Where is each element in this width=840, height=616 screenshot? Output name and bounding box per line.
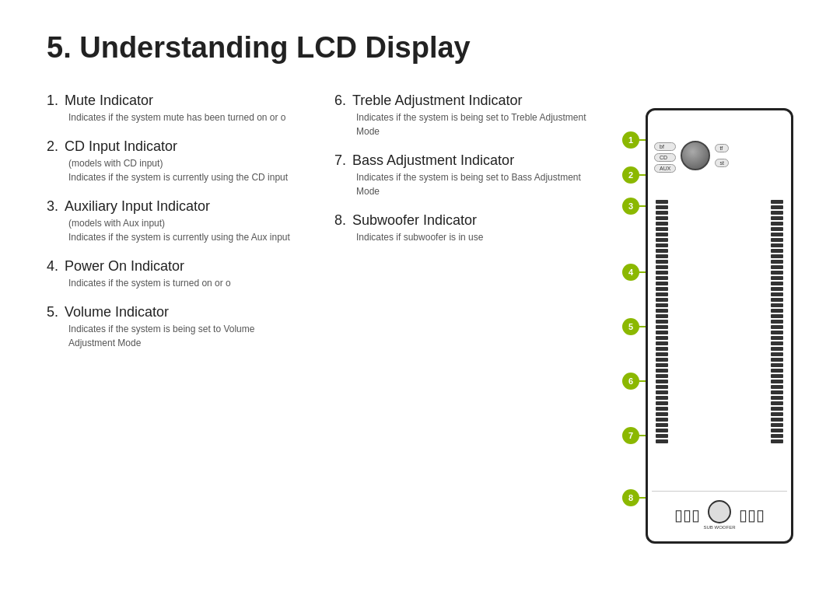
- indicator-item: 4.Power On IndicatorIndicates if the sys…: [47, 258, 303, 290]
- indicator-title: 4.Power On Indicator: [47, 258, 303, 275]
- indicator-desc: Indicates if subwoofer is in use: [356, 230, 591, 244]
- indicator-item: 6.Treble Adjustment IndicatorIndicates i…: [334, 93, 591, 138]
- indicator-title: 1.Mute Indicator: [47, 93, 303, 109]
- indicator-title: 3.Auxiliary Input Indicator: [47, 198, 303, 215]
- page-container: 5. Understanding LCD Display 1.Mute Indi…: [0, 0, 840, 616]
- indicator-title: 5.Volume Indicator: [47, 304, 303, 320]
- subwoofer-section: ▯▯▯ SUB WOOFER ▯▯▯: [652, 491, 787, 537]
- indicator-desc: Indicates if the system is being set to …: [356, 170, 591, 198]
- right-labels: tf st: [715, 144, 728, 167]
- indicators-right: 6.Treble Adjustment IndicatorIndicates i…: [334, 93, 591, 544]
- indicator-desc: Indicates if the system is turned on or …: [68, 276, 303, 290]
- indicator-title: 8.Subwoofer Indicator: [334, 212, 591, 229]
- speaker-left-icon: ▯▯▯: [674, 506, 700, 524]
- page-title: 5. Understanding LCD Display: [47, 31, 793, 65]
- input-labels: bf CD AUX: [654, 142, 676, 173]
- num-circle-7: 7: [622, 427, 639, 444]
- indicators-left: 1.Mute IndicatorIndicates if the system …: [47, 93, 303, 544]
- indicator-item: 3.Auxiliary Input Indicator(models with …: [47, 198, 303, 244]
- diagram-wrapper: 1 2 3 4: [622, 108, 793, 544]
- bar-segments: [656, 196, 783, 487]
- num-circle-6: 6: [622, 373, 639, 390]
- num-circle-2: 2: [622, 166, 639, 184]
- num-circle-1: 1: [622, 131, 639, 149]
- tf-label: tf: [715, 144, 728, 152]
- lcd-diagram: 1 2 3 4: [622, 93, 793, 544]
- cd-label: CD: [654, 153, 676, 162]
- indicator-item: 1.Mute IndicatorIndicates if the system …: [47, 93, 303, 124]
- num-circle-5: 5: [622, 318, 639, 335]
- num-circle-3: 3: [622, 198, 639, 215]
- indicator-title: 7.Bass Adjustment Indicator: [334, 152, 591, 169]
- num-circle-8: 8: [622, 489, 639, 506]
- indicator-item: 7.Bass Adjustment IndicatorIndicates if …: [334, 152, 591, 198]
- indicator-item: 8.Subwoofer IndicatorIndicates if subwoo…: [334, 212, 591, 244]
- speaker-right-icon: ▯▯▯: [739, 506, 765, 524]
- left-bars: [656, 196, 668, 487]
- control-knob: [681, 141, 710, 170]
- bf-label: bf: [654, 142, 676, 151]
- content-area: 1.Mute IndicatorIndicates if the system …: [47, 93, 793, 544]
- indicator-item: 2.CD Input Indicator(models with CD inpu…: [47, 138, 303, 184]
- aux-label: AUX: [654, 164, 676, 173]
- indicator-desc: Indicates if the system mute has been tu…: [68, 110, 303, 124]
- indicator-title: 2.CD Input Indicator: [47, 138, 303, 155]
- indicator-title: 6.Treble Adjustment Indicator: [334, 93, 591, 109]
- right-bars: [771, 196, 783, 487]
- indicator-desc: (models with Aux input) Indicates if the…: [68, 216, 303, 244]
- lcd-device: bf CD AUX tf st: [646, 108, 793, 544]
- indicator-desc: (models with CD input) Indicates if the …: [68, 156, 303, 184]
- indicator-desc: Indicates if the system is being set to …: [356, 110, 591, 138]
- num-circle-4: 4: [622, 264, 639, 281]
- indicator-item: 5.Volume IndicatorIndicates if the syste…: [47, 304, 303, 350]
- st-label: st: [715, 159, 728, 167]
- indicator-desc: Indicates if the system is being set to …: [68, 322, 303, 350]
- subwoofer-label: SUB WOOFER: [703, 525, 735, 530]
